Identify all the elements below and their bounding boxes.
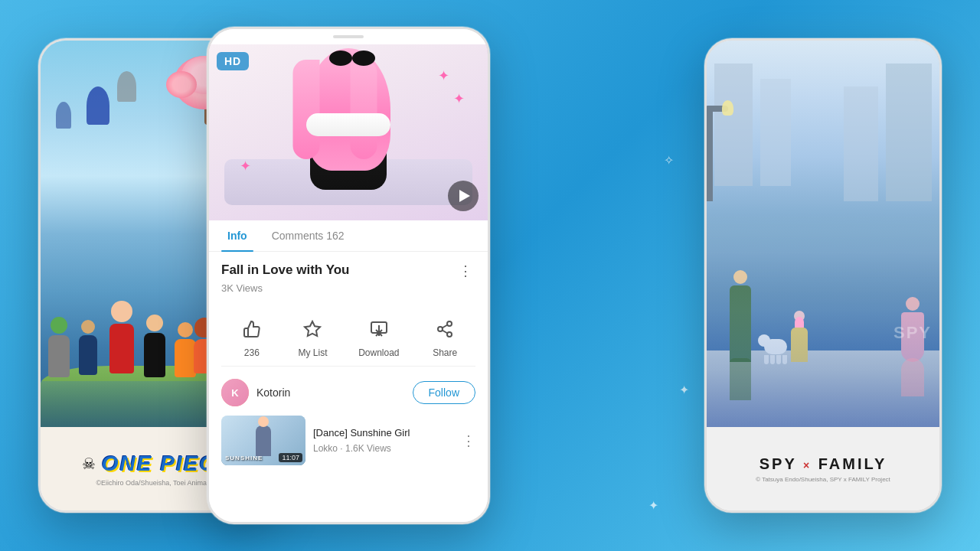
mylist-icon xyxy=(297,314,328,344)
bow-left xyxy=(329,51,352,66)
bg-sparkle-6: ✦ xyxy=(648,498,658,513)
duration-badge: 11:07 xyxy=(279,453,302,462)
user-avatar: K xyxy=(221,379,249,406)
svg-point-6 xyxy=(447,332,452,337)
hd-badge: HD xyxy=(217,52,249,70)
more-options-button[interactable]: ⋮ xyxy=(456,262,475,279)
svg-point-5 xyxy=(438,327,443,331)
reflections xyxy=(707,358,939,419)
sanji-char xyxy=(144,333,165,377)
user-row: K Kotorin Follow xyxy=(221,379,475,406)
like-icon xyxy=(237,314,267,344)
video-title-row: Fall in Love with You ⋮ xyxy=(221,262,475,279)
like-count: 236 xyxy=(244,347,260,358)
zoro-char xyxy=(48,335,70,377)
bg-char-1 xyxy=(87,86,109,125)
center-phone-content: ✦ ✦ ✦ HD Info Comments 162 Fall in Love … xyxy=(209,29,488,522)
share-action[interactable]: Share xyxy=(430,314,460,358)
share-icon xyxy=(430,314,460,344)
spy-logo-row: SPY × FAMILY xyxy=(760,455,887,473)
sunshine-label: SUNSHINE xyxy=(225,455,263,461)
tab-comments[interactable]: Comments 162 xyxy=(266,220,351,251)
related-info: [Dance] Sunshine Girl Lokko · 1.6K Views xyxy=(313,427,454,454)
sparkle-2: ✦ xyxy=(453,90,465,107)
one-piece-copyright: ©Eiichiro Oda/Shueisha, Toei Animation xyxy=(96,479,217,487)
bg-sparkle-3: ✦ xyxy=(679,383,689,397)
robin-char xyxy=(79,335,97,375)
family-text: FAMILY xyxy=(818,455,887,472)
spy-copyright: © Tatsuya Endo/Shueisha, SPY x FAMILY Pr… xyxy=(756,476,890,483)
collar xyxy=(306,113,390,136)
svg-line-8 xyxy=(443,325,448,328)
user-info: K Kotorin xyxy=(221,379,290,406)
share-label: Share xyxy=(433,347,457,358)
top-bar xyxy=(209,29,488,44)
luffy-char xyxy=(109,324,134,373)
phone-center: ✦ ✦ ✦ HD Info Comments 162 Fall in Love … xyxy=(207,27,490,524)
related-meta: Lokko · 1.6K Views xyxy=(313,443,454,454)
spy-cover: SPY xyxy=(707,41,939,427)
mylist-action[interactable]: My List xyxy=(297,314,328,358)
cherry-blossoms-2 xyxy=(166,71,197,98)
play-button[interactable] xyxy=(448,181,479,211)
svg-marker-0 xyxy=(305,321,320,336)
related-thumbnail[interactable]: SUNSHINE 11:07 xyxy=(221,416,305,465)
skull-icon: ☠ xyxy=(82,455,96,473)
bg-char-3 xyxy=(56,102,71,129)
dancer-head xyxy=(258,416,269,427)
svg-point-4 xyxy=(447,321,452,326)
sparkle-3: ✦ xyxy=(240,158,251,174)
tabs-row: Info Comments 162 xyxy=(209,220,488,252)
hair-left xyxy=(293,60,320,159)
related-more-button[interactable]: ⋮ xyxy=(462,432,475,449)
like-action[interactable]: 236 xyxy=(237,314,267,358)
right-phone-content: SPY SPY × FAMILY © Tatsuya Endo/Shueisha… xyxy=(707,41,939,510)
download-icon xyxy=(364,314,394,344)
loid-reflection xyxy=(730,358,751,400)
spy-text: SPY xyxy=(760,455,797,472)
spy-logo-text: SPY × FAMILY xyxy=(760,455,887,472)
hair-right xyxy=(351,60,377,159)
nami-char xyxy=(175,339,196,377)
tab-info[interactable]: Info xyxy=(221,220,253,251)
related-video: SUNSHINE 11:07 [Dance] Sunshine Girl Lok… xyxy=(221,416,475,465)
watermark: SPY xyxy=(893,323,932,343)
download-action[interactable]: Download xyxy=(358,314,399,358)
anya-hair xyxy=(795,317,804,328)
bg-char-2 xyxy=(117,71,136,102)
related-title[interactable]: [Dance] Sunshine Girl xyxy=(313,427,454,440)
x-text: × xyxy=(803,459,812,471)
bow xyxy=(352,51,375,66)
drag-indicator xyxy=(333,35,364,38)
user-name: Kotorin xyxy=(256,386,290,399)
spy-logo-area: SPY × FAMILY © Tatsuya Endo/Shueisha, SP… xyxy=(707,427,939,510)
video-title: Fall in Love with You xyxy=(221,262,350,278)
phones-container: ☠ ONE PIECE ©Eiichiro Oda/Shueisha, Toei… xyxy=(0,0,980,551)
dancer-body xyxy=(256,425,271,456)
view-count: 3K Views xyxy=(221,282,475,294)
download-label: Download xyxy=(358,347,399,358)
sparkle-1: ✦ xyxy=(438,67,449,84)
info-section: Fall in Love with You ⋮ 3K Views xyxy=(209,252,488,522)
follow-button[interactable]: Follow xyxy=(413,381,475,404)
svg-line-7 xyxy=(443,331,448,334)
video-player[interactable]: ✦ ✦ ✦ HD xyxy=(209,44,488,220)
bg-sparkle-5: ✧ xyxy=(664,153,674,168)
yor-reflection xyxy=(901,358,924,396)
phone-right: SPY SPY × FAMILY © Tatsuya Endo/Shueisha… xyxy=(704,38,942,513)
mylist-label: My List xyxy=(298,347,327,358)
actions-row: 236 My List xyxy=(221,306,475,367)
